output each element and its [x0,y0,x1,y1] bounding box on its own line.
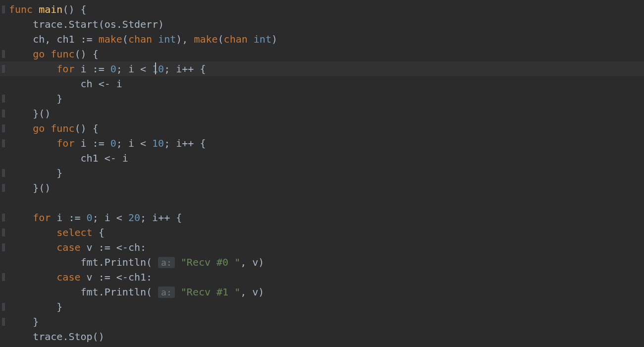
semicolon: ; [164,63,170,75]
semicolon: ; [140,212,146,224]
identifier: i [56,212,62,224]
code-line[interactable]: go func() { [0,47,644,61]
code-line[interactable]: trace.Start(os.Stderr) [0,17,644,32]
colon: : [146,271,152,283]
code-line[interactable]: ch, ch1 := make(chan int), make(chan int… [0,32,644,47]
function-name: main [39,3,62,15]
number-literal: 0 [87,212,93,224]
assign-op: := [68,212,80,224]
brace-close: } [56,167,62,179]
code-line[interactable]: } [0,166,644,180]
brace-open: { [200,63,206,75]
type-int: int [158,33,176,45]
brace-open: { [81,3,87,15]
identifier: ch [128,241,140,253]
identifier: v [87,241,93,253]
identifier: i [81,137,87,149]
code-line[interactable]: ch <- i [0,76,644,91]
fold-gutter-mark [2,318,5,326]
recv-op: <- [116,241,128,253]
lt-op: < [140,137,146,149]
fold-gutter-mark [2,110,5,117]
code-line[interactable]: } [0,299,644,314]
code-line[interactable]: }() [0,106,644,121]
paren-close: ) [258,286,264,298]
keyword-go: go [33,122,45,134]
assign-op: := [81,33,93,45]
code-editor[interactable]: func main() { trace.Start(os.Stderr) ch,… [0,0,644,346]
keyword-go: go [33,48,45,60]
fold-gutter-mark [2,214,5,222]
identifier: trace [33,331,62,343]
identifier: i [128,63,134,75]
paren-call: () [74,48,86,60]
recv-op: <- [116,271,128,283]
brace-open: { [200,137,206,149]
inc-op: ++ [182,63,194,75]
paren-call: () [39,182,51,194]
lt-op: < [116,212,122,224]
identifier: os [105,18,116,30]
code-line-active[interactable]: for i := 0; i < 10; i++ { [0,61,644,76]
code-line[interactable]: select { [0,225,644,240]
paren-open: ( [218,33,224,45]
fold-gutter-mark [2,229,5,236]
string-literal: "Recv #0 " [181,256,240,268]
brace-open: { [176,212,182,224]
number-literal: 20 [128,212,140,224]
comma: , [240,256,246,268]
identifier: i [176,63,182,75]
brace-open: { [99,227,105,238]
dot: . [99,256,105,268]
keyword-chan: chan [128,33,152,45]
identifier: fmt [81,256,99,268]
semicolon: ; [164,137,170,149]
code-line[interactable]: go func() { [0,121,644,136]
paren-open: ( [99,18,105,30]
identifier: Start [68,18,98,30]
identifier: i [81,63,87,75]
fold-gutter-mark [2,50,5,58]
keyword-func: func [51,122,74,134]
code-line[interactable]: fmt.Println( a: "Recv #0 ", v) [0,255,644,270]
code-line[interactable]: for i := 0; i < 20; i++ { [0,210,644,225]
semicolon: ; [116,137,122,149]
paren-open: ( [146,256,152,268]
code-line[interactable]: ch1 <- i [0,151,644,166]
brace-close: } [33,316,39,328]
identifier: ch1 [56,33,74,45]
identifier: v [252,256,258,268]
keyword-chan: chan [224,33,248,45]
identifier: trace [33,18,62,30]
code-line[interactable]: case v := <-ch: [0,240,644,255]
code-line-blank[interactable] [0,195,644,210]
identifier: ch [33,33,45,45]
identifier: ch [81,78,93,90]
identifier: Stop [68,331,92,343]
comma: , [45,33,51,45]
code-line[interactable]: case v := <-ch1: [0,270,644,285]
fold-gutter-mark [2,65,5,73]
paren-call: () [74,122,86,134]
code-line[interactable]: } [0,91,644,106]
code-line[interactable]: trace.Stop() [0,329,644,344]
code-line[interactable]: } [0,314,644,329]
code-line[interactable]: func main() { [0,2,644,17]
dot: . [62,331,68,343]
keyword-func: func [51,48,74,60]
parameter-hint: a: [158,287,175,298]
dot: . [99,286,105,298]
paren-close: ) [258,256,264,268]
identifier: ch1 [81,152,99,164]
send-op: <- [99,78,110,90]
keyword-select: select [56,227,92,238]
code-line[interactable]: }() [0,180,644,195]
identifier: i [122,152,128,164]
dot: . [116,18,122,30]
identifier: i [128,137,134,149]
paren-open: ( [122,33,128,45]
code-line[interactable]: fmt.Println( a: "Recv #1 ", v) [0,285,644,299]
brace-open: { [93,48,99,60]
keyword-make: make [194,33,217,45]
code-line[interactable]: for i := 0; i < 10; i++ { [0,136,644,151]
